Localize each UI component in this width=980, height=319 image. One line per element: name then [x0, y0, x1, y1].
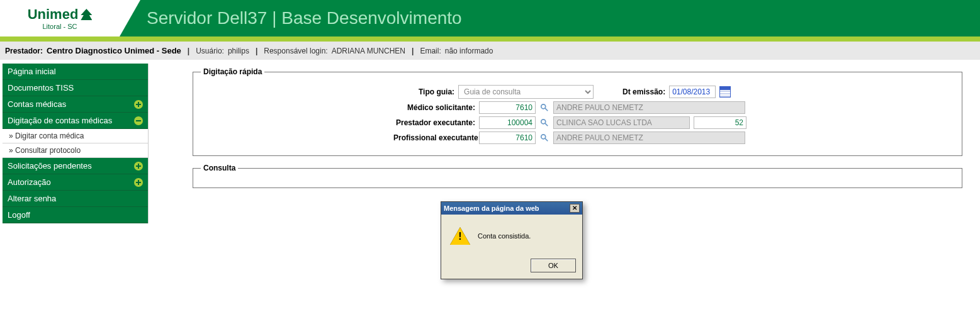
dt-emissao-label: Dt emissão: — [622, 87, 665, 96]
divider: | — [185, 47, 192, 55]
tipo-guia-select[interactable]: Guia de consulta — [458, 85, 594, 99]
banner-title: Servidor Dell37 | Base Desenvolvimento — [147, 8, 462, 28]
logo-word: Unimed — [28, 6, 79, 23]
sidebar-sub-consultar-protocolo[interactable]: » Consultar protocolo — [3, 143, 148, 158]
prof-desc — [553, 132, 745, 144]
sidebar-item-alterar-senha[interactable]: Alterar senha — [3, 191, 148, 207]
tipo-guia-label: Tipo guia: — [419, 87, 454, 96]
medico-desc — [553, 101, 745, 114]
expand-plus-icon[interactable] — [134, 162, 143, 171]
svg-line-1 — [545, 108, 548, 111]
prestador-desc — [553, 116, 690, 129]
lookup-icon[interactable] — [539, 103, 549, 113]
logo-subtitle: Litoral - SC — [42, 23, 77, 30]
dialog-title-text: Mensagem da página da web — [444, 204, 539, 212]
email-value: não informado — [445, 47, 493, 55]
header-banner: Unimed Litoral - SC Servidor Dell37 | Ba… — [0, 0, 980, 36]
expand-plus-icon[interactable] — [134, 100, 143, 109]
sidebar-item-label: Digitação de contas médicas — [8, 116, 112, 125]
svg-point-4 — [541, 135, 546, 139]
legend-digitacao: Digitação rápida — [201, 67, 264, 76]
content-area: Digitação rápida Tipo guia: Guia de cons… — [149, 64, 980, 199]
prestador-value: Centro Diagnostico Unimed - Sede — [47, 46, 181, 55]
sidebar-item-contas-medicas[interactable]: Contas médicas — [3, 96, 148, 113]
legend-consulta: Consulta — [201, 164, 238, 172]
dialog-message: Conta consistida. — [478, 232, 531, 240]
fieldset-digitacao-rapida: Digitação rápida Tipo guia: Guia de cons… — [193, 67, 962, 156]
dialog-titlebar[interactable]: Mensagem da página da web ✕ — [441, 202, 582, 215]
sidebar-item-solicitacoes[interactable]: Solicitações pendentes — [3, 158, 148, 174]
warning-icon — [450, 227, 470, 245]
sidebar-item-label: Contas médicas — [8, 99, 66, 109]
prestador-extra-input[interactable] — [694, 116, 746, 129]
sidebar-sub-digitar-conta[interactable]: » Digitar conta médica — [3, 129, 148, 143]
banner-slant — [120, 0, 140, 36]
email-label: Email: — [420, 47, 441, 55]
sidebar-item-autorizacao[interactable]: Autorização — [3, 174, 148, 191]
logo-text: Unimed — [28, 6, 93, 23]
calendar-icon[interactable] — [719, 86, 731, 98]
sidebar-item-logoff[interactable]: Logoff — [3, 207, 148, 223]
ok-button[interactable]: OK — [531, 259, 576, 272]
svg-point-2 — [541, 120, 546, 124]
medico-label: Médico solicitante: — [393, 103, 475, 112]
svg-line-3 — [545, 123, 548, 126]
prof-code-input[interactable] — [479, 132, 536, 144]
svg-line-5 — [545, 138, 548, 141]
sidebar-item-label: Autorização — [8, 177, 51, 187]
message-dialog: Mensagem da página da web ✕ Conta consis… — [441, 201, 583, 279]
sidebar-item-label: Logoff — [8, 210, 30, 220]
sidebar: Página inicial Documentos TISS Contas mé… — [3, 64, 149, 223]
resp-label: Responsável login: — [264, 47, 327, 55]
logo-block: Unimed Litoral - SC — [0, 0, 120, 36]
divider: | — [409, 47, 416, 55]
sidebar-item-documentos-tiss[interactable]: Documentos TISS — [3, 80, 148, 96]
usuario-label: Usuário: — [196, 47, 224, 55]
usuario-value: philips — [228, 47, 249, 55]
expand-plus-icon[interactable] — [134, 178, 143, 187]
close-icon[interactable]: ✕ — [570, 204, 580, 213]
prestador-exec-label: Prestador executante: — [393, 118, 475, 127]
divider: | — [253, 47, 260, 55]
sidebar-item-label: Página inicial — [8, 67, 56, 76]
lookup-icon[interactable] — [539, 118, 549, 128]
sidebar-item-pagina-inicial[interactable]: Página inicial — [3, 64, 148, 80]
resp-value: ADRIANA MUNCHEN — [332, 47, 405, 55]
prestador-code-input[interactable] — [479, 116, 536, 129]
sidebar-item-digitacao-contas[interactable]: Digitação de contas médicas — [3, 113, 148, 129]
sidebar-sub-label: » Consultar protocolo — [9, 146, 81, 155]
medico-code-input[interactable] — [479, 101, 536, 114]
expand-minus-icon[interactable] — [134, 116, 143, 125]
sidebar-item-label: Alterar senha — [8, 194, 56, 203]
dt-emissao-input[interactable] — [669, 86, 716, 98]
info-bar: Prestador: Centro Diagnostico Unimed - S… — [0, 42, 980, 60]
prof-exec-label: Profissional executante: — [393, 133, 475, 142]
sidebar-item-label: Solicitações pendentes — [8, 161, 92, 171]
sidebar-sub-label: » Digitar conta médica — [9, 132, 84, 140]
tree-icon — [81, 9, 92, 20]
accent-strip — [0, 36, 980, 42]
fieldset-consulta: Consulta — [193, 164, 962, 188]
prestador-label: Prestador: — [5, 47, 43, 55]
sidebar-item-label: Documentos TISS — [8, 83, 74, 92]
lookup-icon[interactable] — [539, 133, 549, 143]
svg-point-0 — [541, 104, 546, 109]
